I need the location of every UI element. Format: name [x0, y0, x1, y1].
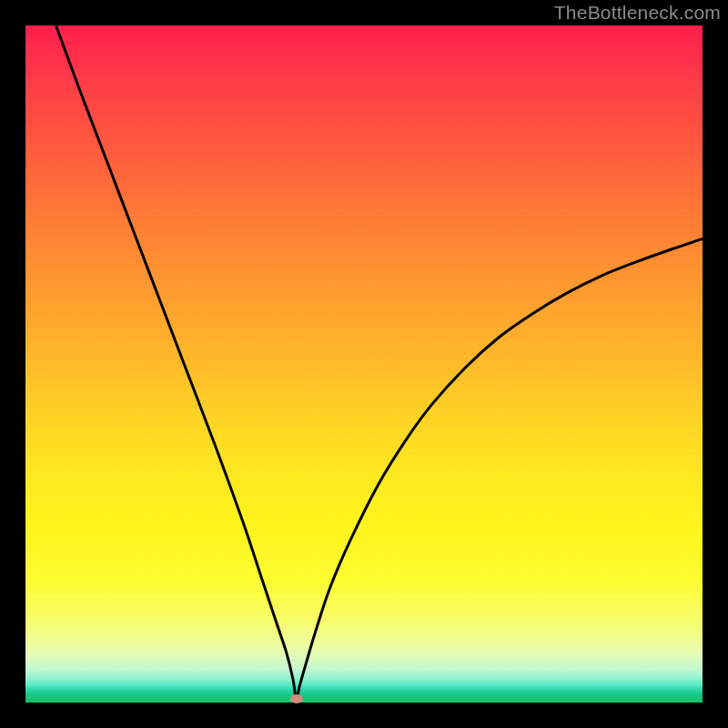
- watermark-text: TheBottleneck.com: [554, 2, 721, 24]
- curve-svg: [25, 25, 703, 703]
- plot-area: [25, 25, 703, 703]
- chart-frame: TheBottleneck.com: [0, 0, 728, 728]
- optimal-point-marker: [290, 694, 303, 703]
- bottleneck-curve: [56, 25, 703, 699]
